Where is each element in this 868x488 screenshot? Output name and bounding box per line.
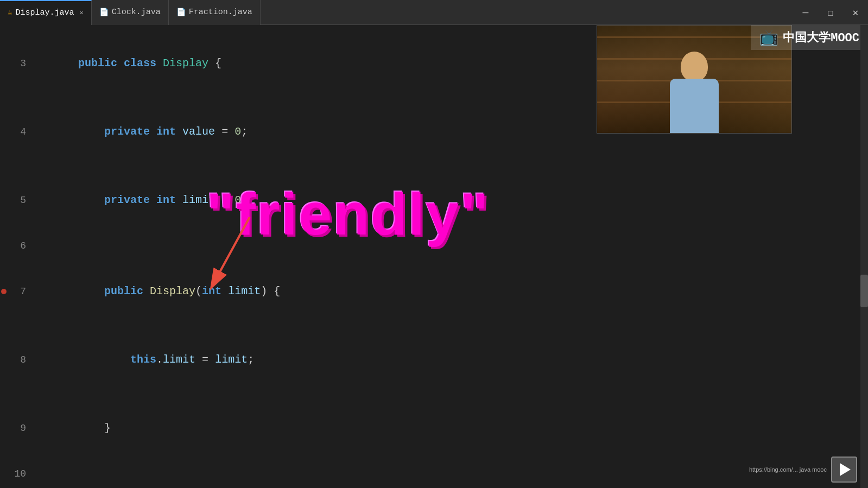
mooc-text: 中国大学MOOC xyxy=(783,29,859,46)
window-controls: — ☐ ✕ xyxy=(793,0,868,25)
line-content: public Display(int limit) { xyxy=(35,257,868,326)
java-file-icon: 📄 xyxy=(176,8,186,17)
line-number: 4 xyxy=(0,121,35,143)
scrollbar[interactable] xyxy=(860,25,868,488)
line-number: 6 xyxy=(0,235,35,257)
scrollbar-thumb[interactable] xyxy=(860,275,868,307)
code-line-10: 10 xyxy=(0,462,868,485)
tab-label: Fraction.java xyxy=(189,8,252,17)
tab-display-java[interactable]: ☕ Display.java ✕ xyxy=(0,0,92,25)
line-number: 8 xyxy=(0,348,35,371)
code-line-7: 7 public Display(int limit) { xyxy=(0,257,868,326)
play-icon xyxy=(840,463,851,476)
code-line-9: 9 } xyxy=(0,394,868,462)
line-content: } xyxy=(35,394,868,462)
line-content: this.limit = limit; xyxy=(35,326,868,394)
code-line-5: 5 private int limit = 0; xyxy=(0,166,868,235)
close-icon[interactable]: ✕ xyxy=(79,9,83,17)
code-line-6: 6 xyxy=(0,235,868,257)
line-number: 5 xyxy=(0,189,35,212)
code-line-8: 8 this.limit = limit; xyxy=(0,326,868,394)
line-number: 9 xyxy=(0,417,35,440)
tab-clock-java[interactable]: 📄 Clock.java xyxy=(92,0,169,25)
tab-bar: ☕ Display.java ✕ 📄 Clock.java 📄 Fraction… xyxy=(0,0,868,25)
video-url-text: https://bing.com/... java mooc xyxy=(749,466,827,473)
line-content xyxy=(35,235,868,257)
tab-label: Display.java xyxy=(15,8,74,17)
play-button[interactable] xyxy=(831,457,857,483)
maximize-button[interactable]: ☐ xyxy=(818,0,843,25)
video-controls: https://bing.com/... java mooc xyxy=(749,457,857,483)
tab-fraction-java[interactable]: 📄 Fraction.java xyxy=(169,0,261,25)
java-file-icon: 📄 xyxy=(99,8,109,17)
line-number: 3 xyxy=(0,52,35,75)
java-file-icon: ☕ xyxy=(8,8,12,17)
tab-label: Clock.java xyxy=(112,8,161,17)
code-line-11: 11 public void increase() { xyxy=(0,485,868,488)
close-button[interactable]: ✕ xyxy=(843,0,868,25)
line-content xyxy=(35,462,868,485)
line-number: 10 xyxy=(0,462,35,485)
line-content: public void increase() { xyxy=(35,485,868,488)
line-number: 7 xyxy=(0,280,35,303)
minimize-button[interactable]: — xyxy=(793,0,818,25)
mooc-icon: 📺 xyxy=(759,28,778,47)
line-content: private int limit = 0; xyxy=(35,166,868,235)
mooc-logo: 📺 中国大学MOOC xyxy=(751,25,868,50)
